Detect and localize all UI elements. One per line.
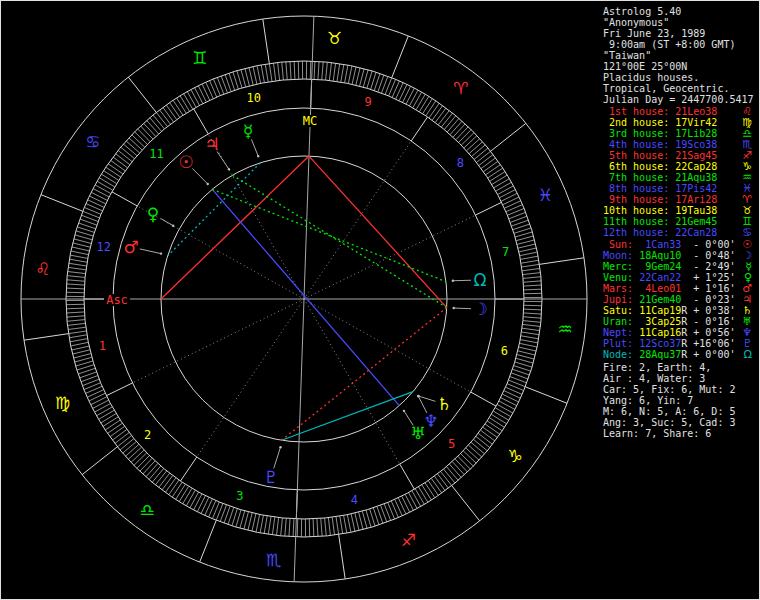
chart-info-header: Astrolog 5.40 "Anonymous" Fri June 23, 1… [603,6,759,105]
info-panel: Astrolog 5.40 "Anonymous" Fri June 23, 1… [603,1,759,599]
house-row: 4th house: 19Sco38♏ [603,139,759,150]
planet-row: Nept: 11Cap16R + 0°56'♆ [603,327,759,338]
chart-name: "Anonymous" [603,17,759,28]
house-number: 10 [246,91,260,105]
planet-row: Merc: 9Gem24 - 2°49'☿ [603,261,759,272]
tally-learn-share: Learn: 7, Share: 6 [603,428,759,439]
planet-row: Venu: 22Can22 + 1°25'♀ [603,272,759,283]
house-number: 2 [144,428,151,442]
app-title: Astrolog 5.40 [603,6,759,17]
house-number: 11 [149,147,163,161]
sign-virgo-icon: ♍ [55,393,70,413]
planet-pointers [140,139,471,468]
house-row: 5th house: 21Sag45♐ [603,150,759,161]
planet-row: Node: 28Aqu37R + 0°00'Ω [603,349,759,360]
planet-row: Moon: 18Aqu10 - 0°48'☽ [603,250,759,261]
house-row: 11th house: 21Gem45♊ [603,216,759,227]
planet-plut-icon: ♇ [263,467,278,487]
planet-icon: Ω [744,349,752,360]
zodiac-mode: Tropical, Geocentric. [603,83,759,94]
house-row: 10th house: 19Tau38♉ [603,205,759,216]
sign-aquarius-icon: ♒ [558,319,573,339]
house-number: 8 [457,156,464,170]
house-number: 12 [96,240,110,254]
tally-yang-yin: Yang: 6, Yin: 7 [603,395,759,406]
planet-row: Mars: 4Leo01 + 1°16'♂ [603,283,759,294]
julian-day: Julian Day = 2447700.5417 [603,94,759,105]
astrolog-window: ♈♉♊♋♌♍♎♏♐♑♒♓123456789101112☉☽☿♀♂♃♄♅♆♇ΩMC… [0,0,760,600]
planet-position-list: Sun: 1Can33 - 0°00'☉Moon: 18Aqu10 - 0°48… [603,239,759,360]
planet-merc-icon: ☿ [243,121,253,141]
aspect-sextile-line [168,163,261,256]
planet-mars-icon: ♂ [123,237,138,257]
planet-satu-icon: ♄ [436,394,451,414]
house-row: 3rd house: 17Lib28♎ [603,128,759,139]
aspect-square-line [309,156,447,308]
aspect-square-line [282,308,447,441]
sign-libra-icon: ♎ [139,500,154,520]
house-number: 7 [502,245,509,259]
planet-sun-icon: ☉ [178,152,193,172]
house-number: 6 [501,344,508,358]
chart-place: "Taiwan" [603,50,759,61]
house-number: 4 [351,493,358,507]
house-row: 12th house: 22Can28♋ [603,227,759,238]
planet-row: Plut: 12Sco37R +16°06'♇ [603,338,759,349]
planet-jupi-icon: ♃ [204,134,219,154]
house-system: Placidus houses. [603,72,759,83]
house-number: 9 [365,95,372,109]
planet-row: Sun: 1Can33 - 0°00'☉ [603,239,759,250]
sign-gemini-icon: ♊ [192,48,207,68]
sign-pisces-icon: ♓ [538,185,553,205]
aspect-sextile-line [282,392,413,441]
house-row: 6th house: 22Cap28♑ [603,161,759,172]
tally-ang-suc-cad: Ang: 3, Suc: 5, Cad: 3 [603,417,759,428]
planet-node-icon: Ω [474,270,487,290]
planet-moon-icon: ☽ [472,299,487,319]
planet-row: Jupi: 21Gem40 - 0°23'♃ [603,294,759,305]
zodiac-sign-icon: ♋ [742,227,752,238]
planet-venu-icon: ♀ [147,204,159,224]
asc-label: Asc [106,293,128,307]
house-row: 8th house: 17Pis42♓ [603,183,759,194]
planet-nept-icon: ♆ [423,411,438,431]
house-cusp-list: 1st house: 21Leo38♌ 2nd house: 17Vir42♍ … [603,106,759,238]
house-row: 1st house: 21Leo38♌ [603,106,759,117]
house-row: 2nd house: 17Vir42♍ [603,117,759,128]
sign-aries-icon: ♈ [453,78,468,98]
tally-mnad: M: 6, N: 5, A: 6, D: 5 [603,406,759,417]
house-row: 7th house: 21Aqu38♒ [603,172,759,183]
house-number: 3 [236,489,243,503]
planet-row: Uran: 3Cap25R - 0°16'♅ [603,316,759,327]
element-tally: Fire: 2, Earth: 4, Air : 4, Water: 3 Car… [603,362,759,439]
planet-glyphs: ☉☽☿♀♂♃♄♅♆♇Ω [123,121,487,487]
tally-modes: Car: 5, Fix: 6, Mut: 2 [603,384,759,395]
house-row: 9th house: 17Ari28♈ [603,194,759,205]
sign-taurus-icon: ♉ [327,28,342,48]
aspect-opposition-line [212,189,399,405]
sign-sagittarius-icon: ♐ [401,530,416,550]
tally-elements-1: Fire: 2, Earth: 4, [603,362,759,373]
sign-cancer-icon: ♋ [85,132,100,152]
house-number: 1 [99,339,106,353]
aspect-trine-line [232,175,446,307]
house-number: 5 [448,437,455,451]
planet-row: Satu: 11Cap19R + 0°38'♄ [603,305,759,316]
chart-wheel[interactable]: ♈♉♊♋♌♍♎♏♐♑♒♓123456789101112☉☽☿♀♂♃♄♅♆♇ΩMC… [1,1,601,599]
sign-scorpio-icon: ♏ [266,550,281,570]
aspect-square-line [161,156,309,299]
chart-date: Fri June 23, 1989 [603,28,759,39]
tally-elements-2: Air : 4, Water: 3 [603,373,759,384]
mc-label: MC [303,114,317,128]
chart-coords: 121°00E 25°00N [603,61,759,72]
sign-capricorn-icon: ♑ [507,446,522,466]
sign-leo-icon: ♌ [35,259,50,279]
chart-time: 9:00am (ST +8:00 GMT) [603,39,759,50]
